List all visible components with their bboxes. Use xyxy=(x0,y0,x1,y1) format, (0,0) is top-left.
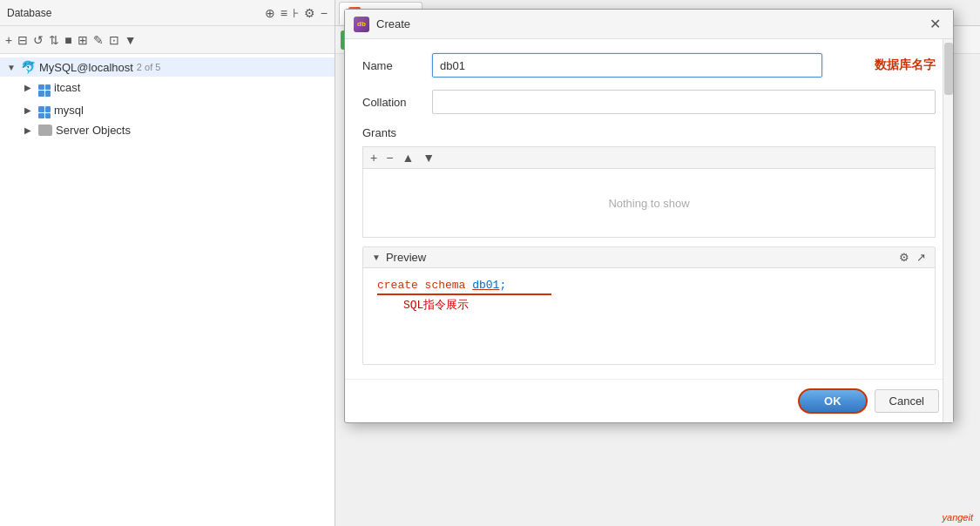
left-panel: Database ⊕ ≡ ⊦ ⚙ − + ⊟ ↺ ⇅ ■ ⊞ ✎ ⊡ ▼ ▼ 🐬… xyxy=(0,0,335,526)
sql-semicolon: ; xyxy=(499,279,506,292)
split-icon[interactable]: ⊦ xyxy=(293,6,299,20)
earth-icon[interactable]: ⊕ xyxy=(265,6,275,20)
dialog-title-left: db Create xyxy=(354,17,410,32)
itcast-label: itcast xyxy=(54,81,80,94)
sql-line1: create schema db01; xyxy=(377,279,921,292)
name-annotation: 数据库名字 xyxy=(875,57,936,73)
preview-icons: ⚙ ↗ xyxy=(899,251,926,264)
database-toolbar: + ⊟ ↺ ⇅ ■ ⊞ ✎ ⊡ ▼ xyxy=(0,26,335,54)
mysql-db-icon xyxy=(38,102,51,119)
add-icon[interactable]: + xyxy=(5,33,12,47)
preview-section: ▼ Preview ⚙ ↗ create schema db01; SQL指令展… xyxy=(362,246,936,365)
tree-item-server-objects[interactable]: ▶ Server Objects xyxy=(0,121,335,139)
right-panel: ▶ console × ▶ ⏱ P 🔧 Tx: Auto ▼ ✓ ↺ ■ ⊞ d… xyxy=(335,0,980,526)
mysql-icon: 🐬 xyxy=(21,60,36,74)
folder-icon xyxy=(38,125,52,136)
sql-db-name: db01 xyxy=(472,279,499,292)
view-icon[interactable]: ⊡ xyxy=(109,33,119,47)
list-icon[interactable]: ≡ xyxy=(280,6,287,20)
tree-root-item[interactable]: ▼ 🐬 MySQL@localhost 2 of 5 xyxy=(0,57,335,77)
preview-arrow-icon: ▼ xyxy=(372,253,381,262)
header-icons: ⊕ ≡ ⊦ ⚙ − xyxy=(265,6,328,20)
stop-icon[interactable]: ■ xyxy=(64,33,71,47)
grants-section: Grants + − ▲ ▼ Nothing to show xyxy=(362,126,936,238)
dialog-db-icon: db xyxy=(354,17,369,32)
minimize-icon[interactable]: − xyxy=(321,6,328,20)
dialog-titlebar: db Create ✕ xyxy=(345,10,953,39)
collation-label: Collation xyxy=(362,96,432,109)
preview-export-icon[interactable]: ↗ xyxy=(916,251,926,264)
panel-title: Database xyxy=(7,7,51,19)
dialog-body: Name 数据库名字 Collation Grants + − ▲ ▼ N xyxy=(345,39,953,379)
preview-title: Preview xyxy=(386,251,426,264)
name-row: Name 数据库名字 xyxy=(362,53,936,78)
server-arrow-icon: ▶ xyxy=(24,125,35,135)
filter-icon[interactable]: ▼ xyxy=(125,33,137,47)
grants-label: Grants xyxy=(362,126,936,139)
scrollbar-thumb[interactable] xyxy=(944,43,953,95)
settings-icon[interactable]: ⚙ xyxy=(304,6,315,20)
sync-icon[interactable]: ⇅ xyxy=(49,33,59,47)
sql-annotation-text: SQL指令展示 xyxy=(403,299,469,312)
collation-input[interactable] xyxy=(432,90,936,114)
dialog-footer: OK Cancel xyxy=(345,379,953,422)
sql-annotation-line: SQL指令展示 xyxy=(377,297,921,313)
dialog-close-button[interactable]: ✕ xyxy=(926,16,944,32)
mysql-label: mysql xyxy=(54,104,84,117)
preview-title-left: ▼ Preview xyxy=(372,251,426,264)
copy-icon[interactable]: ⊟ xyxy=(17,33,28,47)
create-dialog: db Create ✕ Name 数据库名字 Collation xyxy=(344,9,954,423)
watermark: yangeit xyxy=(943,512,973,523)
ok-button[interactable]: OK xyxy=(798,388,868,414)
collation-row: Collation xyxy=(362,90,936,114)
table-icon[interactable]: ⊞ xyxy=(78,33,88,47)
edit-icon[interactable]: ✎ xyxy=(93,33,104,47)
mysql-arrow-icon: ▶ xyxy=(24,105,35,115)
grants-area: Nothing to show xyxy=(362,168,936,238)
grants-add-button[interactable]: + xyxy=(368,151,379,165)
itcast-db-icon xyxy=(38,79,51,97)
sql-keyword-create: create schema xyxy=(377,279,472,292)
grants-up-button[interactable]: ▲ xyxy=(400,151,416,165)
preview-content: create schema db01; SQL指令展示 xyxy=(363,268,935,364)
dialog-title-text: Create xyxy=(376,17,410,30)
grants-remove-button[interactable]: − xyxy=(384,151,395,165)
tree-item-itcast[interactable]: ▶ itcast xyxy=(0,77,335,99)
nothing-to-show-text: Nothing to show xyxy=(608,197,689,210)
root-arrow-icon: ▼ xyxy=(7,63,17,72)
grants-down-button[interactable]: ▼ xyxy=(421,151,436,165)
server-objects-label: Server Objects xyxy=(56,124,131,137)
name-label: Name xyxy=(362,59,432,72)
preview-header: ▼ Preview ⚙ ↗ xyxy=(363,247,935,268)
tree-item-mysql[interactable]: ▶ mysql xyxy=(0,99,335,122)
refresh-icon[interactable]: ↺ xyxy=(33,33,44,47)
itcast-arrow-icon: ▶ xyxy=(24,83,35,92)
preview-settings-icon[interactable]: ⚙ xyxy=(899,251,909,264)
grants-toolbar: + − ▲ ▼ xyxy=(362,146,936,168)
root-badge: 2 of 5 xyxy=(137,62,161,72)
cancel-button[interactable]: Cancel xyxy=(875,389,939,413)
database-tree: ▼ 🐬 MySQL@localhost 2 of 5 ▶ itcast ▶ my… xyxy=(0,54,335,143)
dialog-scrollbar[interactable] xyxy=(943,39,953,422)
root-label: MySQL@localhost xyxy=(39,61,133,74)
name-input[interactable] xyxy=(432,53,822,78)
database-panel-header: Database ⊕ ≡ ⊦ ⚙ − xyxy=(0,0,335,26)
